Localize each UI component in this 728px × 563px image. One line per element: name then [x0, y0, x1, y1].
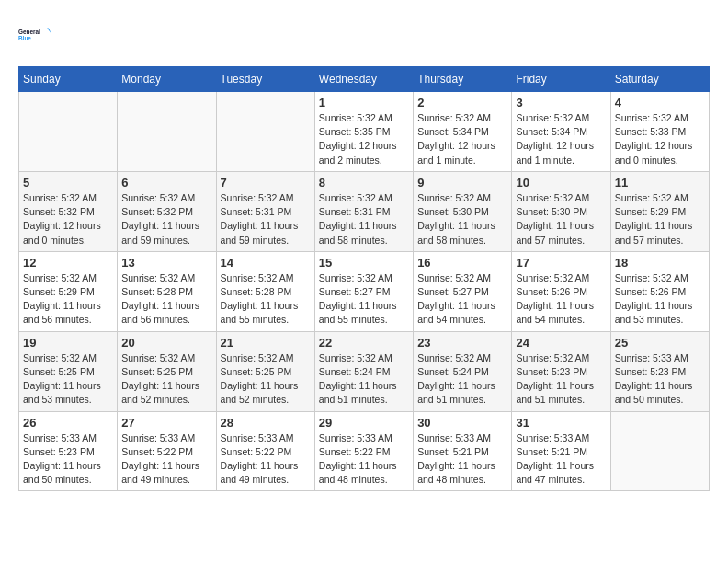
day-number: 14 [221, 256, 311, 270]
empty-cell [610, 411, 709, 491]
day-number: 27 [121, 416, 211, 430]
day-cell-14: 14Sunrise: 5:32 AM Sunset: 5:28 PM Dayli… [216, 251, 314, 331]
weekday-monday: Monday [118, 67, 216, 92]
day-number: 5 [23, 176, 113, 190]
day-info: Sunrise: 5:33 AM Sunset: 5:22 PM Dayligh… [221, 431, 311, 488]
day-number: 8 [319, 176, 409, 190]
day-info: Sunrise: 5:32 AM Sunset: 5:31 PM Dayligh… [221, 191, 311, 247]
day-number: 6 [121, 176, 211, 190]
day-number: 18 [615, 256, 705, 270]
day-number: 11 [615, 176, 705, 190]
day-number: 17 [516, 256, 606, 270]
day-info: Sunrise: 5:32 AM Sunset: 5:35 PM Dayligh… [319, 111, 409, 167]
day-number: 23 [417, 336, 507, 350]
day-cell-1: 1Sunrise: 5:32 AM Sunset: 5:35 PM Daylig… [314, 92, 413, 172]
day-cell-10: 10Sunrise: 5:32 AM Sunset: 5:30 PM Dayli… [512, 171, 610, 251]
day-number: 29 [319, 416, 409, 430]
day-info: Sunrise: 5:32 AM Sunset: 5:30 PM Dayligh… [516, 191, 606, 247]
day-number: 10 [516, 176, 606, 190]
day-number: 26 [23, 416, 113, 430]
day-cell-3: 3Sunrise: 5:32 AM Sunset: 5:34 PM Daylig… [512, 92, 610, 172]
day-cell-28: 28Sunrise: 5:33 AM Sunset: 5:22 PM Dayli… [216, 411, 314, 491]
week-row-3: 12Sunrise: 5:32 AM Sunset: 5:29 PM Dayli… [19, 251, 710, 331]
svg-marker-2 [47, 28, 51, 33]
day-number: 9 [417, 176, 507, 190]
day-cell-22: 22Sunrise: 5:32 AM Sunset: 5:24 PM Dayli… [314, 331, 413, 411]
day-info: Sunrise: 5:32 AM Sunset: 5:26 PM Dayligh… [516, 271, 606, 327]
day-info: Sunrise: 5:32 AM Sunset: 5:27 PM Dayligh… [417, 271, 507, 327]
day-cell-16: 16Sunrise: 5:32 AM Sunset: 5:27 PM Dayli… [414, 251, 512, 331]
day-info: Sunrise: 5:32 AM Sunset: 5:24 PM Dayligh… [417, 351, 507, 408]
day-cell-13: 13Sunrise: 5:32 AM Sunset: 5:28 PM Dayli… [118, 251, 216, 331]
week-row-5: 26Sunrise: 5:33 AM Sunset: 5:23 PM Dayli… [19, 411, 710, 491]
day-number: 7 [221, 176, 311, 190]
weekday-header-row: SundayMondayTuesdayWednesdayThursdayFrid… [19, 67, 710, 92]
day-number: 30 [417, 416, 507, 430]
weekday-saturday: Saturday [610, 67, 709, 92]
day-number: 16 [417, 256, 507, 270]
weekday-thursday: Thursday [414, 67, 512, 92]
day-number: 2 [417, 96, 507, 109]
day-cell-5: 5Sunrise: 5:32 AM Sunset: 5:32 PM Daylig… [19, 171, 118, 251]
svg-text:General: General [18, 29, 40, 35]
day-cell-26: 26Sunrise: 5:33 AM Sunset: 5:23 PM Dayli… [19, 411, 118, 491]
empty-cell [19, 92, 118, 172]
day-cell-12: 12Sunrise: 5:32 AM Sunset: 5:29 PM Dayli… [19, 251, 118, 331]
week-row-2: 5Sunrise: 5:32 AM Sunset: 5:32 PM Daylig… [19, 171, 710, 251]
day-info: Sunrise: 5:32 AM Sunset: 5:25 PM Dayligh… [121, 351, 211, 408]
day-info: Sunrise: 5:33 AM Sunset: 5:22 PM Dayligh… [121, 431, 211, 488]
day-cell-9: 9Sunrise: 5:32 AM Sunset: 5:30 PM Daylig… [414, 171, 512, 251]
day-cell-24: 24Sunrise: 5:32 AM Sunset: 5:23 PM Dayli… [512, 331, 610, 411]
day-info: Sunrise: 5:32 AM Sunset: 5:32 PM Dayligh… [23, 191, 113, 247]
day-info: Sunrise: 5:33 AM Sunset: 5:23 PM Dayligh… [615, 351, 705, 408]
day-cell-27: 27Sunrise: 5:33 AM Sunset: 5:22 PM Dayli… [118, 411, 216, 491]
day-number: 22 [319, 336, 409, 350]
day-info: Sunrise: 5:32 AM Sunset: 5:25 PM Dayligh… [23, 351, 113, 408]
day-number: 31 [516, 416, 606, 430]
day-info: Sunrise: 5:32 AM Sunset: 5:34 PM Dayligh… [516, 111, 606, 167]
day-number: 3 [516, 96, 606, 109]
day-cell-25: 25Sunrise: 5:33 AM Sunset: 5:23 PM Dayli… [610, 331, 709, 411]
empty-cell [118, 92, 216, 172]
day-cell-19: 19Sunrise: 5:32 AM Sunset: 5:25 PM Dayli… [19, 331, 118, 411]
day-cell-17: 17Sunrise: 5:32 AM Sunset: 5:26 PM Dayli… [512, 251, 610, 331]
weekday-wednesday: Wednesday [314, 67, 413, 92]
day-info: Sunrise: 5:32 AM Sunset: 5:29 PM Dayligh… [23, 271, 113, 327]
day-info: Sunrise: 5:32 AM Sunset: 5:34 PM Dayligh… [417, 111, 507, 167]
day-cell-7: 7Sunrise: 5:32 AM Sunset: 5:31 PM Daylig… [216, 171, 314, 251]
page-header: GeneralBlue [18, 18, 710, 52]
calendar-body: 1Sunrise: 5:32 AM Sunset: 5:35 PM Daylig… [19, 92, 710, 491]
day-number: 1 [319, 96, 409, 109]
day-info: Sunrise: 5:32 AM Sunset: 5:26 PM Dayligh… [615, 271, 705, 327]
day-info: Sunrise: 5:33 AM Sunset: 5:23 PM Dayligh… [23, 431, 113, 488]
day-cell-20: 20Sunrise: 5:32 AM Sunset: 5:25 PM Dayli… [118, 331, 216, 411]
day-number: 15 [319, 256, 409, 270]
day-number: 25 [615, 336, 705, 350]
day-number: 28 [221, 416, 311, 430]
week-row-1: 1Sunrise: 5:32 AM Sunset: 5:35 PM Daylig… [19, 92, 710, 172]
day-info: Sunrise: 5:33 AM Sunset: 5:22 PM Dayligh… [319, 431, 409, 488]
day-number: 20 [121, 336, 211, 350]
day-info: Sunrise: 5:33 AM Sunset: 5:21 PM Dayligh… [417, 431, 507, 488]
day-info: Sunrise: 5:32 AM Sunset: 5:33 PM Dayligh… [615, 111, 705, 167]
calendar-table: SundayMondayTuesdayWednesdayThursdayFrid… [18, 66, 710, 491]
day-cell-30: 30Sunrise: 5:33 AM Sunset: 5:21 PM Dayli… [414, 411, 512, 491]
day-cell-4: 4Sunrise: 5:32 AM Sunset: 5:33 PM Daylig… [610, 92, 709, 172]
day-cell-21: 21Sunrise: 5:32 AM Sunset: 5:25 PM Dayli… [216, 331, 314, 411]
day-info: Sunrise: 5:32 AM Sunset: 5:29 PM Dayligh… [615, 191, 705, 247]
logo-icon: GeneralBlue [18, 18, 51, 52]
day-number: 21 [221, 336, 311, 350]
weekday-friday: Friday [512, 67, 610, 92]
weekday-tuesday: Tuesday [216, 67, 314, 92]
day-cell-23: 23Sunrise: 5:32 AM Sunset: 5:24 PM Dayli… [414, 331, 512, 411]
week-row-4: 19Sunrise: 5:32 AM Sunset: 5:25 PM Dayli… [19, 331, 710, 411]
day-cell-6: 6Sunrise: 5:32 AM Sunset: 5:32 PM Daylig… [118, 171, 216, 251]
day-number: 12 [23, 256, 113, 270]
logo: GeneralBlue [18, 18, 51, 52]
day-info: Sunrise: 5:32 AM Sunset: 5:27 PM Dayligh… [319, 271, 409, 327]
svg-text:Blue: Blue [18, 35, 31, 41]
day-cell-15: 15Sunrise: 5:32 AM Sunset: 5:27 PM Dayli… [314, 251, 413, 331]
day-info: Sunrise: 5:32 AM Sunset: 5:30 PM Dayligh… [417, 191, 507, 247]
day-number: 13 [121, 256, 211, 270]
day-info: Sunrise: 5:33 AM Sunset: 5:21 PM Dayligh… [516, 431, 606, 488]
